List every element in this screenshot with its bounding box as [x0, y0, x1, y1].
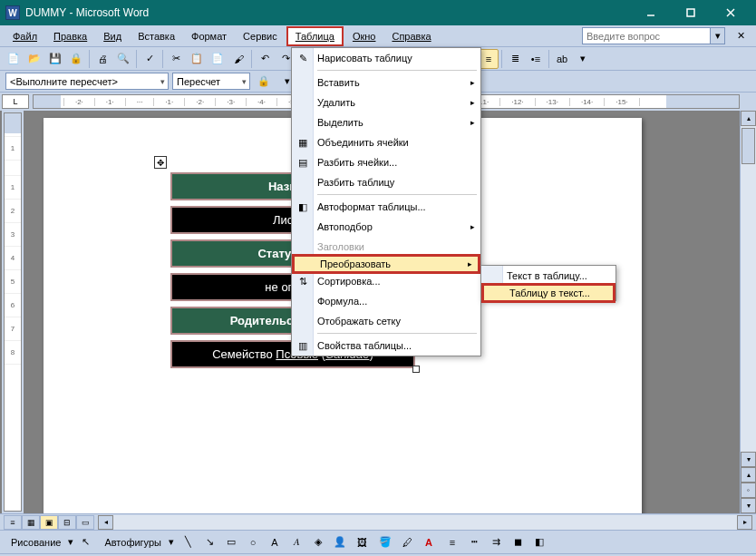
dd-select[interactable]: Выделить▸ — [292, 112, 480, 132]
dd-merge[interactable]: ▦Объединить ячейки — [292, 132, 480, 152]
print-view-button[interactable]: ▣ — [40, 515, 58, 530]
dd-autoformat[interactable]: ◧Автоформат таблицы... — [292, 197, 480, 217]
titlebar: W DUMMY - Microsoft Word — [0, 0, 756, 25]
dd-properties[interactable]: ▥Свойства таблицы... — [292, 336, 480, 356]
reading-view-button[interactable]: ▭ — [76, 515, 94, 530]
line-style-icon[interactable]: ≡ — [442, 532, 462, 552]
table-move-handle[interactable]: ✥ — [154, 156, 167, 169]
dd-draw-table[interactable]: ✎Нарисовать таблицу — [292, 48, 480, 68]
copy-icon[interactable]: 📋 — [187, 49, 207, 69]
recalc-combo[interactable]: <Выполните пересчет> — [5, 73, 169, 90]
cut-icon[interactable]: ✂ — [166, 49, 186, 69]
dd-convert[interactable]: Преобразовать▸ — [292, 254, 480, 274]
scroll-up-button[interactable]: ▴ — [741, 111, 756, 126]
font-color-icon[interactable]: A — [419, 532, 439, 552]
help-search-input[interactable] — [583, 28, 710, 44]
menu-tools[interactable]: Сервис — [236, 28, 285, 44]
dd-sort[interactable]: ⇅Сортировка... — [292, 271, 480, 291]
picture-icon[interactable]: 🖼 — [352, 532, 372, 552]
sub-table-to-text[interactable]: Таблицу в текст... — [481, 283, 615, 303]
next-page-button[interactable]: ▾ — [741, 498, 756, 513]
recalc-action-combo[interactable]: Пересчет — [172, 73, 250, 90]
dash-style-icon[interactable]: ┅ — [464, 532, 484, 552]
help-search-box[interactable]: ▾ — [582, 27, 725, 44]
tab-selector[interactable]: L — [2, 94, 29, 109]
save-icon[interactable]: 💾 — [45, 49, 65, 69]
shadow-icon[interactable]: ◼ — [508, 532, 528, 552]
format-painter-icon[interactable]: 🖌 — [228, 49, 248, 69]
menu-insert[interactable]: Вставка — [131, 28, 182, 44]
line-icon[interactable]: ╲ — [178, 532, 198, 552]
menu-edit[interactable]: Правка — [46, 28, 94, 44]
fill-color-icon[interactable]: 🪣 — [375, 532, 395, 552]
sort-icon: ⇅ — [296, 274, 310, 288]
lock-icon[interactable]: 🔒 — [254, 72, 274, 92]
select-objects-icon[interactable]: ↖ — [75, 532, 95, 552]
rectangle-icon[interactable]: ▭ — [221, 532, 241, 552]
menu-file[interactable]: Файл — [5, 28, 44, 44]
dd-autofit[interactable]: Автоподбор▸ — [292, 217, 480, 237]
outline-view-button[interactable]: ⊟ — [58, 515, 76, 530]
close-button[interactable] — [711, 2, 751, 24]
drawing-label[interactable]: Рисование — [5, 535, 66, 550]
paste-icon[interactable]: 📄 — [208, 49, 228, 69]
dd-insert[interactable]: Вставить▸ — [292, 73, 480, 93]
diagram-icon[interactable]: ◈ — [308, 532, 328, 552]
clipart-icon[interactable]: 👤 — [330, 532, 350, 552]
svg-rect-1 — [687, 9, 694, 16]
new-doc-icon[interactable]: 📄 — [4, 49, 24, 69]
dd-gridlines[interactable]: Отображать сетку — [292, 311, 480, 331]
scroll-track[interactable] — [741, 126, 756, 452]
permission-icon[interactable]: 🔒 — [66, 49, 86, 69]
arrow-icon[interactable]: ↘ — [199, 532, 219, 552]
toolbar-options-icon[interactable]: ▾ — [573, 49, 593, 69]
menu-format[interactable]: Формат — [184, 28, 234, 44]
hscroll-right-button[interactable]: ▸ — [737, 515, 752, 530]
horizontal-scrollbar[interactable]: ◂ ▸ — [98, 515, 752, 530]
preview-icon[interactable]: 🔍 — [113, 49, 133, 69]
view-buttons-row: ≡ ▦ ▣ ⊟ ▭ ◂ ▸ — [0, 513, 756, 530]
align-left-icon[interactable]: ≡ — [479, 49, 499, 69]
dd-split[interactable]: ▤Разбить ячейки... — [292, 152, 480, 172]
autoshapes-button[interactable]: Автофигуры — [99, 535, 167, 550]
open-icon[interactable]: 📂 — [24, 49, 44, 69]
dd-formula[interactable]: Формула... — [292, 291, 480, 311]
hscroll-left-button[interactable]: ◂ — [98, 515, 113, 530]
numbered-list-icon[interactable]: ≣ — [505, 49, 525, 69]
undo-icon[interactable]: ↶ — [255, 49, 275, 69]
close-doc-button[interactable]: ✕ — [731, 26, 751, 46]
bullet-list-icon[interactable]: •≡ — [526, 49, 546, 69]
wordart-icon[interactable]: 𝐴 — [286, 532, 306, 552]
vertical-ruler[interactable]: 2112345678 — [4, 112, 22, 512]
textbox-icon[interactable]: A — [265, 532, 285, 552]
window-controls — [631, 2, 751, 24]
vertical-scrollbar[interactable]: ▴ ▾ ▴ ◦ ▾ — [740, 111, 756, 513]
vertical-ruler-col: 2112345678 — [2, 111, 24, 513]
maximize-button[interactable] — [671, 2, 711, 24]
table-menu-dropdown: ✎Нарисовать таблицу Вставить▸ Удалить▸ В… — [291, 47, 481, 356]
highlight-icon[interactable]: ab — [552, 49, 572, 69]
oval-icon[interactable]: ○ — [243, 532, 263, 552]
arrow-style-icon[interactable]: ⇉ — [486, 532, 506, 552]
help-search-dropdown[interactable]: ▾ — [710, 28, 724, 44]
prev-page-button[interactable]: ▴ — [741, 467, 756, 483]
table-resize-handle[interactable] — [412, 366, 420, 373]
3d-icon[interactable]: ◧ — [529, 532, 549, 552]
normal-view-button[interactable]: ≡ — [4, 515, 22, 530]
spell-icon[interactable]: ✓ — [140, 49, 160, 69]
hscroll-track[interactable] — [113, 515, 737, 530]
dd-delete[interactable]: Удалить▸ — [292, 93, 480, 112]
scroll-thumb[interactable] — [741, 128, 755, 164]
menu-view[interactable]: Вид — [96, 28, 129, 44]
browse-object-button[interactable]: ◦ — [741, 483, 756, 498]
line-color-icon[interactable]: 🖊 — [397, 532, 417, 552]
menu-window[interactable]: Окно — [345, 28, 383, 44]
web-view-button[interactable]: ▦ — [22, 515, 40, 530]
minimize-button[interactable] — [631, 2, 671, 24]
print-icon[interactable]: 🖨 — [92, 49, 112, 69]
menu-table[interactable]: Таблица — [286, 26, 344, 46]
scroll-down-button[interactable]: ▾ — [741, 452, 756, 467]
menubar: Файл Правка Вид Вставка Формат Сервис Та… — [0, 25, 756, 47]
dd-split-table[interactable]: Разбить таблицу — [292, 172, 480, 192]
menu-help[interactable]: Справка — [384, 28, 438, 44]
